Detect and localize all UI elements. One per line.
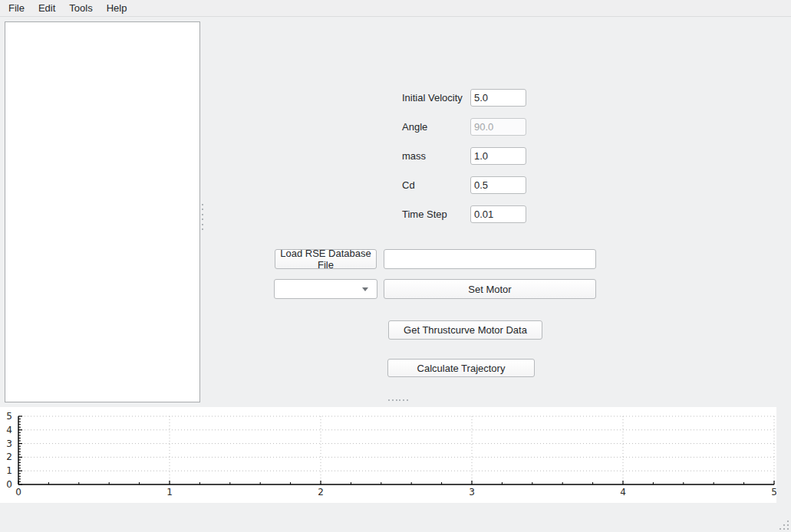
get-thrustcurve-button[interactable]: Get Thrustcurve Motor Data <box>388 320 542 340</box>
rse-file-path-input[interactable] <box>384 249 596 269</box>
cd-input[interactable] <box>470 176 526 194</box>
resize-grip-icon[interactable] <box>777 518 789 530</box>
time-step-label: Time Step <box>402 205 447 223</box>
menu-help[interactable]: Help <box>100 1 134 15</box>
menu-tools[interactable]: Tools <box>62 1 99 15</box>
mass-label: mass <box>402 147 426 165</box>
svg-text:4: 4 <box>620 487 626 498</box>
motor-select-dropdown[interactable] <box>274 279 377 299</box>
angle-input <box>470 118 526 136</box>
vertical-splitter-handle[interactable] <box>201 204 204 230</box>
svg-text:3: 3 <box>6 438 12 449</box>
svg-text:1: 1 <box>166 487 173 498</box>
svg-text:5: 5 <box>6 411 12 422</box>
svg-text:0: 0 <box>6 479 12 490</box>
svg-text:0: 0 <box>15 487 21 498</box>
initial-velocity-input[interactable] <box>470 89 526 107</box>
calculate-trajectory-button[interactable]: Calculate Trajectory <box>387 359 535 377</box>
motor-list-panel[interactable] <box>5 21 200 402</box>
menu-bar: File Edit Tools Help <box>0 0 791 17</box>
chevron-down-icon <box>362 287 368 291</box>
initial-velocity-label: Initial Velocity <box>402 89 463 107</box>
svg-text:5: 5 <box>771 487 776 498</box>
menu-file[interactable]: File <box>2 1 31 15</box>
load-rse-database-button[interactable]: Load RSE Database File <box>275 249 377 269</box>
menu-edit[interactable]: Edit <box>31 1 62 15</box>
svg-text:2: 2 <box>318 487 324 498</box>
cd-label: Cd <box>402 176 415 194</box>
svg-text:1: 1 <box>6 465 12 476</box>
svg-text:4: 4 <box>6 425 12 435</box>
mass-input[interactable] <box>470 147 526 165</box>
app-window: File Edit Tools Help Initial Velocity An… <box>0 0 791 532</box>
horizontal-splitter-handle[interactable] <box>388 399 408 402</box>
trajectory-plot: 012345012345 <box>0 407 776 503</box>
time-step-input[interactable] <box>470 205 526 223</box>
svg-text:3: 3 <box>469 487 475 498</box>
angle-label: Angle <box>402 118 427 136</box>
svg-text:2: 2 <box>6 452 12 462</box>
set-motor-button[interactable]: Set Motor <box>384 279 596 299</box>
